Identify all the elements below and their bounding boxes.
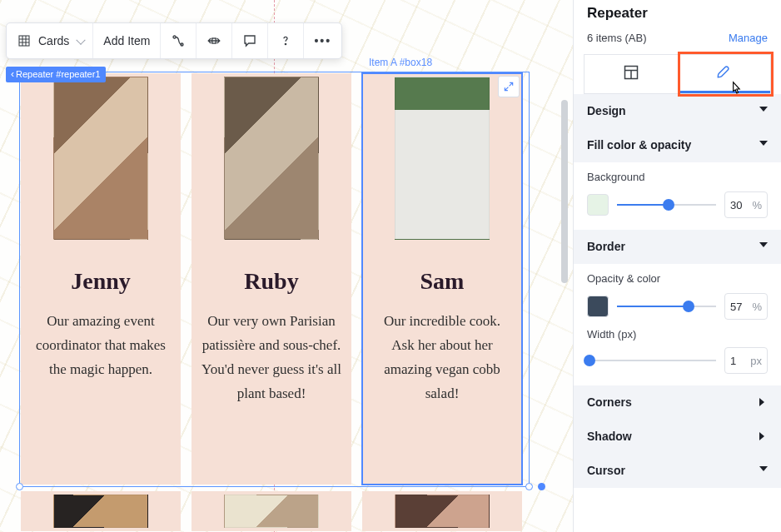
chat-icon <box>242 33 257 48</box>
section-label: Cursor <box>587 464 625 477</box>
value: 30 <box>730 199 742 211</box>
section-design[interactable]: Design <box>574 94 781 128</box>
element-badge-label: Repeater #repeater1 <box>16 69 101 79</box>
expand-handle-icon[interactable] <box>498 76 520 97</box>
section-label: Shadow <box>587 430 632 443</box>
resize-handle[interactable] <box>538 483 545 490</box>
opacity-input[interactable]: 30 % <box>724 191 768 218</box>
more-icon: ••• <box>314 34 331 47</box>
tab-design[interactable] <box>678 55 771 93</box>
card-title: Sam <box>420 268 465 295</box>
unit-label: % <box>752 301 762 313</box>
section-fill[interactable]: Fill color & opacity <box>574 128 781 162</box>
tab-layout[interactable] <box>585 55 678 93</box>
stretch-icon <box>206 33 221 48</box>
card-image[interactable] <box>53 77 148 240</box>
card-image[interactable] <box>224 77 319 240</box>
field-border-opacity: Opacity & color 57 % <box>574 264 781 323</box>
editor-canvas[interactable]: Jenny Our amazing event coordinator that… <box>0 0 573 532</box>
repeater[interactable]: Jenny Our amazing event coordinator that… <box>21 73 527 531</box>
repeater-item-6[interactable] <box>362 491 522 531</box>
chevron-down-icon <box>759 242 768 251</box>
card-description: Our incredible cook. Ask her about her a… <box>366 310 519 406</box>
manage-link[interactable]: Manage <box>729 32 768 44</box>
path-icon <box>171 33 186 48</box>
value: 57 <box>730 301 742 313</box>
opacity-input[interactable]: 57 % <box>724 293 768 320</box>
grid-icon <box>17 33 32 48</box>
svg-point-1 <box>173 36 176 38</box>
section-label: Fill color & opacity <box>587 138 691 152</box>
svg-point-4 <box>286 43 286 44</box>
element-badge[interactable]: Repeater #repeater1 <box>6 67 106 82</box>
repeater-item-5[interactable] <box>192 491 351 531</box>
repeater-item-1[interactable]: Jenny Our amazing event coordinator that… <box>21 73 181 485</box>
color-swatch[interactable] <box>587 296 609 317</box>
section-cursor[interactable]: Cursor <box>574 454 781 488</box>
field-border-width: 1 px <box>574 347 781 377</box>
value: 1 <box>730 355 736 367</box>
help-icon <box>278 33 293 48</box>
card-image[interactable] <box>395 495 490 528</box>
chevron-down-icon <box>759 466 768 475</box>
design-path-button[interactable] <box>161 23 196 58</box>
inspector-tabs <box>584 54 771 94</box>
layout-icon <box>623 64 639 84</box>
field-label: Width (px) <box>574 323 781 347</box>
canvas-scrollbar[interactable] <box>561 0 568 532</box>
scrollbar-thumb[interactable] <box>561 100 568 283</box>
field-label: Opacity & color <box>587 272 768 285</box>
width-input[interactable]: 1 px <box>724 347 768 374</box>
chevron-down-icon <box>759 141 768 149</box>
section-label: Corners <box>587 395 632 409</box>
preset-label: Cards <box>38 34 69 47</box>
opacity-slider[interactable] <box>617 298 716 315</box>
more-actions-button[interactable]: ••• <box>304 23 341 58</box>
repeater-item-4[interactable] <box>21 491 181 531</box>
opacity-slider[interactable] <box>617 196 716 213</box>
section-shadow[interactable]: Shadow <box>574 420 781 454</box>
card-image[interactable] <box>53 495 148 528</box>
card-title: Ruby <box>244 268 298 295</box>
unit-label: px <box>750 355 762 367</box>
card-image[interactable] <box>395 77 490 240</box>
card-title: Jenny <box>71 268 131 295</box>
hover-info-label: Item A #box18 <box>369 57 432 68</box>
svg-rect-0 <box>19 36 29 46</box>
help-button[interactable] <box>268 23 304 58</box>
width-slider[interactable] <box>587 352 716 369</box>
preset-dropdown[interactable]: Cards <box>7 23 93 58</box>
field-background: Background 30 % <box>574 162 781 221</box>
inspector-panel: Repeater 6 items (AB) Manage <box>573 0 781 532</box>
brush-icon <box>715 63 732 83</box>
card-image[interactable] <box>224 495 319 528</box>
section-corners[interactable]: Corners <box>574 385 781 420</box>
add-item-button[interactable]: Add Item <box>93 23 161 58</box>
inspector-title: Repeater <box>587 5 768 22</box>
unit-label: % <box>752 199 762 211</box>
card-description: Our very own Parisian patissière and sou… <box>195 310 348 406</box>
add-item-label: Add Item <box>103 34 150 47</box>
color-swatch[interactable] <box>587 194 609 216</box>
section-label: Border <box>587 240 625 253</box>
repeater-item-3[interactable]: Sam Our incredible cook. Ask her about h… <box>362 73 522 485</box>
chevron-right-icon <box>759 432 768 440</box>
card-description: Our amazing event coordinator that makes… <box>24 310 177 382</box>
items-count-label: 6 items (AB) <box>587 32 647 44</box>
section-border[interactable]: Border <box>574 230 781 264</box>
section-label: Design <box>587 104 626 117</box>
chevron-right-icon <box>759 398 768 406</box>
repeater-item-2[interactable]: Ruby Our very own Parisian patissière an… <box>192 73 351 485</box>
chevron-down-icon <box>759 107 768 115</box>
field-label: Background <box>587 171 768 183</box>
comment-button[interactable] <box>232 23 268 58</box>
floating-toolbar: Cards Add Item <box>6 22 342 59</box>
stretch-button[interactable] <box>196 23 232 58</box>
